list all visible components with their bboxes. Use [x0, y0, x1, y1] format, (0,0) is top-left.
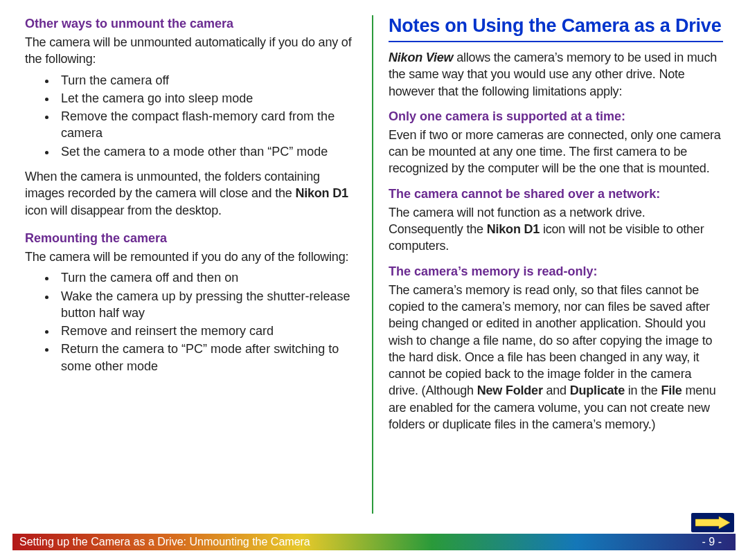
- next-page-button[interactable]: [691, 513, 734, 532]
- bold-run-nikon-d1: Nikon D1: [295, 186, 348, 200]
- note-read-only: The camera’s memory is read-only: The ca…: [389, 264, 723, 433]
- document-page: Other ways to unmount the camera The cam…: [0, 0, 748, 560]
- paragraph: Nikon View allows the camera’s memory to…: [389, 49, 723, 100]
- paragraph: Even if two or more cameras are connecte…: [389, 127, 723, 177]
- footer-bar: Setting up the Camera as a Drive: Unmoun…: [12, 534, 736, 550]
- list-item: Remove and reinsert the memory card: [57, 323, 359, 339]
- paragraph: The camera will be remounted if you do a…: [25, 249, 359, 265]
- list-item: Remove the compact flash-memory card fro…: [57, 108, 359, 142]
- text-run: in the: [625, 383, 661, 397]
- bold-run-file: File: [661, 383, 682, 397]
- subheading-unmount-other: Other ways to unmount the camera: [25, 17, 359, 31]
- right-column: Notes on Using the Camera as a Drive Nik…: [372, 15, 730, 514]
- two-column-layout: Other ways to unmount the camera The cam…: [18, 15, 730, 514]
- text-run: The camera’s memory is read only, so tha…: [389, 283, 712, 398]
- list-item: Let the camera go into sleep mode: [57, 90, 359, 107]
- left-column: Other ways to unmount the camera The cam…: [18, 15, 369, 514]
- bullet-list-unmount: Turn the camera off Let the camera go in…: [25, 72, 359, 160]
- paragraph: The camera will be unmounted automatical…: [25, 34, 359, 68]
- page-number: - 9 -: [702, 536, 722, 548]
- subheading-one-camera: Only one camera is supported at a time:: [389, 109, 723, 124]
- italic-run-nikon-view: Nikon View: [389, 51, 453, 64]
- bold-run-new-folder: New Folder: [477, 383, 543, 397]
- svg-marker-0: [695, 516, 730, 529]
- footer-breadcrumb: Setting up the Camera as a Drive: Unmoun…: [19, 536, 310, 548]
- subheading-no-share: The camera cannot be shared over a netwo…: [389, 187, 723, 201]
- list-item: Return the camera to “PC” mode after swi…: [57, 341, 359, 374]
- list-item: Set the camera to a mode other than “PC”…: [57, 143, 359, 160]
- bullet-list-remount: Turn the camera off and then on Wake the…: [25, 269, 359, 374]
- title-divider: [389, 41, 723, 42]
- note-one-camera: Only one camera is supported at a time: …: [389, 109, 723, 177]
- text-run: icon will disappear from the desktop.: [25, 204, 222, 217]
- list-item: Turn the camera off and then on: [57, 269, 359, 286]
- note-no-network-share: The camera cannot be shared over a netwo…: [389, 187, 723, 255]
- list-item: Wake the camera up by pressing the shutt…: [57, 288, 359, 322]
- text-run: When the camera is unmounted, the folder…: [25, 170, 320, 200]
- bold-run-duplicate: Duplicate: [570, 383, 625, 397]
- section-title-notes: Notes on Using the Camera as a Drive: [389, 15, 723, 37]
- paragraph: When the camera is unmounted, the folder…: [25, 168, 359, 219]
- subheading-remount: Remounting the camera: [25, 231, 359, 246]
- arrow-right-icon: [695, 516, 730, 529]
- list-item: Turn the camera off: [57, 72, 359, 89]
- paragraph: The camera’s memory is read only, so tha…: [389, 282, 723, 433]
- paragraph: The camera will not function as a networ…: [389, 204, 723, 255]
- text-run: and: [543, 383, 570, 397]
- subheading-read-only: The camera’s memory is read-only:: [389, 264, 723, 279]
- bold-run-nikon-d1: Nikon D1: [487, 222, 540, 236]
